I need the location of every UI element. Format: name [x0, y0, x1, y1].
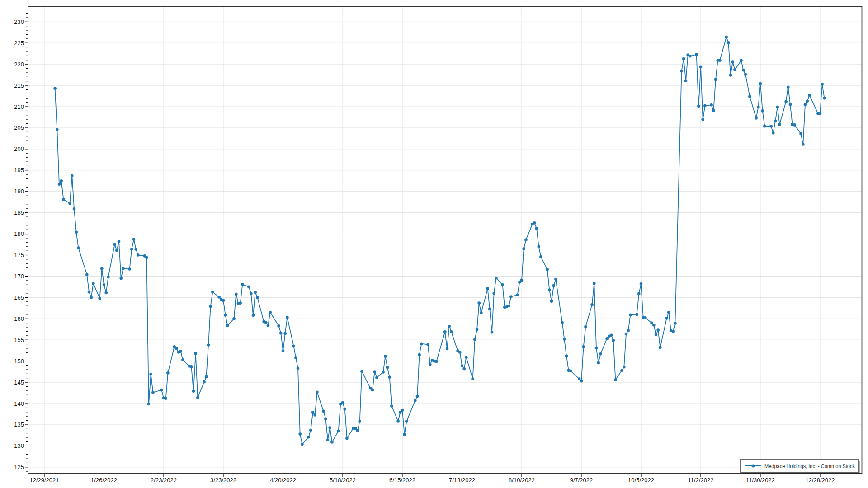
y-tick-label: 125 [14, 464, 24, 470]
chart-window: 1251301351401451501551601651701751801851… [0, 0, 868, 488]
data-point-marker [164, 397, 167, 400]
data-point-marker [462, 367, 466, 371]
data-point-marker [203, 380, 206, 384]
data-point-marker [294, 356, 297, 359]
data-point-marker [405, 420, 408, 423]
x-tick-label: 3/23/2022 [210, 477, 236, 483]
data-point-marker [524, 238, 528, 241]
data-point-marker [313, 413, 316, 417]
y-tick-label: 190 [14, 188, 24, 195]
data-point-marker [416, 395, 419, 398]
data-point-marker [426, 343, 429, 346]
data-point-marker [324, 418, 327, 421]
data-point-marker [196, 396, 199, 399]
data-point-marker [247, 286, 250, 289]
data-point-marker [88, 291, 91, 294]
data-point-marker [298, 432, 302, 436]
data-point-marker [68, 202, 71, 205]
data-point-marker [309, 429, 312, 432]
data-point-marker [821, 83, 824, 86]
data-point-marker [761, 109, 764, 113]
data-point-marker [476, 328, 479, 331]
data-point-marker [802, 143, 805, 146]
data-point-marker [113, 243, 116, 246]
data-point-marker [593, 282, 596, 285]
data-point-marker [595, 347, 598, 350]
y-tick-label: 210 [14, 103, 24, 110]
data-point-marker [799, 132, 802, 136]
y-tick-label: 220 [14, 61, 24, 68]
data-point-marker [418, 353, 421, 357]
data-point-marker [62, 198, 65, 201]
data-point-marker [546, 268, 549, 271]
data-point-marker [772, 131, 775, 135]
data-point-marker [533, 221, 536, 225]
data-point-marker [804, 103, 807, 106]
data-point-marker [578, 377, 581, 380]
data-point-marker [599, 352, 602, 356]
x-tick-label: 10/5/2022 [628, 477, 654, 483]
data-point-marker [684, 80, 688, 83]
data-point-marker [181, 358, 184, 361]
data-point-marker [235, 293, 238, 296]
data-point-marker [565, 355, 568, 358]
data-point-marker [145, 256, 148, 259]
data-point-marker [98, 297, 101, 300]
data-point-marker [53, 87, 57, 90]
data-point-marker [492, 292, 495, 295]
data-point-marker [729, 74, 732, 77]
y-axis-ticks [25, 9, 28, 471]
x-tick-label: 12/29/2021 [29, 477, 59, 483]
data-point-marker [620, 369, 623, 372]
data-point-marker [516, 293, 519, 296]
data-point-marker [414, 399, 417, 402]
data-point-marker [292, 345, 295, 348]
data-point-marker [671, 330, 675, 333]
data-point-marker [518, 281, 521, 284]
x-tick-label: 6/15/2022 [389, 477, 415, 483]
data-point-marker [612, 339, 615, 342]
data-point-marker [446, 347, 449, 351]
y-tick-label: 135 [14, 421, 24, 428]
data-point-marker [326, 438, 330, 441]
data-point-marker [509, 295, 513, 298]
data-point-marker [104, 291, 108, 295]
data-point-marker [166, 371, 170, 375]
data-point-marker [755, 117, 758, 120]
data-point-marker [360, 370, 363, 373]
data-point-marker [625, 333, 628, 336]
data-point-marker [748, 95, 751, 98]
data-point-marker [784, 100, 788, 103]
y-tick-label: 175 [14, 252, 24, 258]
x-tick-label: 12/28/2022 [805, 477, 835, 483]
data-point-marker [806, 100, 809, 103]
data-point-marker [56, 128, 59, 131]
data-point-marker [682, 57, 685, 61]
data-point-marker [548, 288, 551, 291]
data-point-marker [75, 231, 78, 234]
y-tick-label: 225 [14, 40, 24, 47]
data-point-marker [787, 86, 790, 89]
data-point-marker [77, 246, 80, 249]
data-point-marker [480, 311, 483, 314]
data-point-marker [269, 311, 272, 314]
x-axis-ticks [44, 474, 820, 477]
data-point-marker [635, 313, 638, 316]
data-point-marker [458, 351, 462, 354]
x-tick-label: 7/13/2022 [449, 477, 475, 483]
data-point-marker [399, 411, 402, 414]
data-point-marker [128, 267, 131, 271]
data-point-marker [403, 433, 406, 436]
data-point-marker [190, 365, 193, 368]
data-point-marker [217, 296, 221, 299]
data-point-marker [390, 404, 393, 408]
data-point-marker [343, 408, 346, 411]
y-tick-label: 155 [14, 337, 24, 343]
y-tick-label: 165 [14, 294, 24, 301]
data-point-marker [205, 375, 208, 379]
data-point-marker [58, 183, 61, 186]
data-point-marker [358, 420, 361, 423]
data-point-marker [471, 377, 474, 380]
data-point-marker [211, 291, 214, 294]
data-point-marker [420, 342, 423, 345]
